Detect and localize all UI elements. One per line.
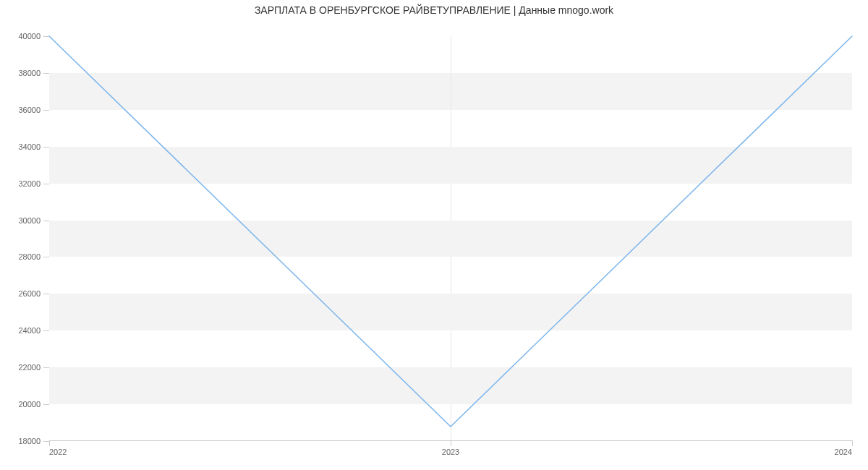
y-tick-label: 20000 bbox=[18, 400, 49, 409]
x-tick-label: 2022 bbox=[49, 440, 67, 456]
y-tick-label: 24000 bbox=[18, 326, 49, 335]
x-tick-label: 2023 bbox=[442, 440, 459, 456]
line-chart: ЗАРПЛАТА В ОРЕНБУРГСКОЕ РАЙВЕТУПРАВЛЕНИЕ… bbox=[0, 0, 868, 470]
y-tick-label: 34000 bbox=[18, 142, 49, 151]
series-layer bbox=[49, 36, 852, 440]
x-tick bbox=[852, 440, 853, 446]
data-line bbox=[49, 36, 852, 427]
chart-title: ЗАРПЛАТА В ОРЕНБУРГСКОЕ РАЙВЕТУПРАВЛЕНИЕ… bbox=[0, 4, 868, 16]
y-tick-label: 38000 bbox=[18, 69, 49, 77]
y-tick-label: 22000 bbox=[18, 363, 49, 372]
y-tick-label: 32000 bbox=[18, 179, 49, 188]
y-tick-label: 26000 bbox=[18, 289, 49, 298]
y-tick-label: 30000 bbox=[18, 216, 49, 225]
plot-area: 1800020000220002400026000280003000032000… bbox=[49, 36, 852, 441]
y-tick-label: 28000 bbox=[18, 252, 49, 261]
x-tick-label: 2024 bbox=[835, 440, 852, 456]
y-tick-label: 18000 bbox=[18, 437, 49, 445]
y-tick-label: 40000 bbox=[18, 32, 49, 40]
y-tick-label: 36000 bbox=[18, 106, 49, 114]
